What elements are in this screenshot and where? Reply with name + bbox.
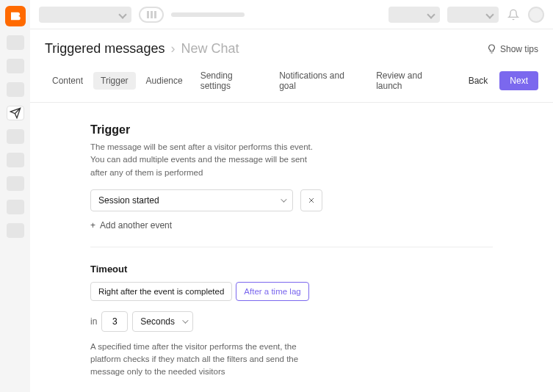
tab-notifications-goal[interactable]: Notifications and goal [272, 67, 366, 95]
tabs: Content Trigger Audience Sending setting… [30, 57, 553, 102]
avatar[interactable] [528, 7, 544, 23]
section-title-timeout: Timeout [90, 264, 493, 275]
lightbulb-icon [487, 44, 496, 54]
remove-event-button[interactable] [300, 189, 322, 211]
rail-item[interactable] [7, 200, 24, 214]
topbar-placeholder [171, 12, 245, 17]
back-button[interactable]: Back [460, 72, 497, 90]
timeout-option-right-after[interactable]: Right after the event is completed [90, 282, 232, 301]
app-logo[interactable] [5, 6, 26, 26]
top-selector[interactable] [388, 7, 440, 23]
rail-item[interactable] [7, 223, 24, 238]
next-button[interactable]: Next [499, 71, 538, 90]
close-icon [307, 196, 316, 205]
tab-audience[interactable]: Audience [139, 72, 190, 90]
workspace-selector[interactable] [39, 7, 131, 23]
rail-item[interactable] [7, 59, 24, 73]
chevron-right-icon: › [170, 41, 175, 57]
show-tips-button[interactable]: Show tips [487, 44, 538, 54]
usage-indicator [139, 7, 164, 23]
timeout-value-input[interactable] [101, 311, 128, 332]
add-event-button[interactable]: + Add another event [90, 220, 493, 231]
section-title-trigger: Trigger [90, 123, 493, 137]
timeout-hint: A specified time after the visitor perfo… [90, 341, 311, 379]
topbar [30, 0, 553, 29]
event-select[interactable]: Session started [90, 189, 293, 211]
top-selector[interactable] [447, 7, 499, 23]
tab-content[interactable]: Content [45, 72, 90, 90]
left-rail [0, 0, 30, 392]
breadcrumb-current: New Chat [181, 41, 239, 57]
in-label: in [90, 316, 97, 327]
breadcrumb-parent[interactable]: Triggered messages [45, 41, 165, 57]
plus-icon: + [90, 220, 95, 231]
tab-trigger[interactable]: Trigger [93, 72, 136, 90]
section-desc-trigger: The message will be sent after a visitor… [90, 141, 318, 179]
rail-item[interactable] [7, 153, 24, 167]
timeout-unit-select[interactable]: Seconds [132, 311, 193, 332]
timeout-option-time-lag[interactable]: After a time lag [236, 282, 308, 301]
breadcrumb: Triggered messages › New Chat [45, 41, 239, 57]
rail-item-messages[interactable] [7, 106, 24, 120]
rail-item[interactable] [7, 82, 24, 97]
rail-item[interactable] [7, 176, 24, 191]
tab-review-launch[interactable]: Review and launch [369, 67, 453, 95]
tab-sending-settings[interactable]: Sending settings [193, 67, 270, 95]
bell-icon[interactable] [506, 7, 521, 22]
rail-item[interactable] [7, 35, 24, 50]
rail-item[interactable] [7, 129, 24, 144]
